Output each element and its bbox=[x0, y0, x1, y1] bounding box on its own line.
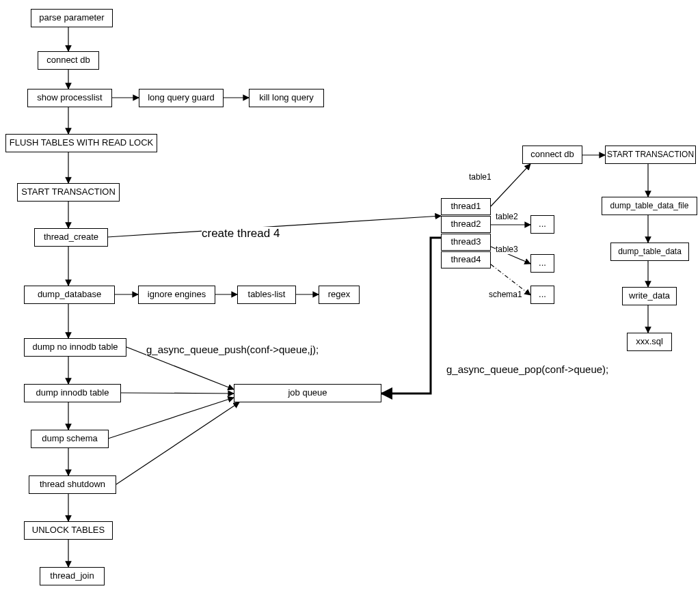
node-long-query-guard: long query guard bbox=[139, 89, 224, 107]
node-ellipsis-3: ... bbox=[530, 254, 554, 273]
node-thread3: thread3 bbox=[441, 234, 491, 251]
node-thread1: thread1 bbox=[441, 198, 491, 215]
node-show-processlist: show processlist bbox=[27, 89, 112, 107]
label-table2: table2 bbox=[496, 212, 518, 221]
node-ignore-engines: ignore engines bbox=[138, 286, 215, 304]
node-dump-table-data: dump_table_data bbox=[610, 243, 689, 261]
node-tables-list: tables-list bbox=[237, 286, 296, 304]
svg-line-21 bbox=[116, 402, 239, 484]
label-g-async-push: g_async_queue_push(conf->queue,j); bbox=[146, 344, 319, 355]
label-table3: table3 bbox=[496, 245, 518, 254]
node-connect-db-right: connect db bbox=[522, 146, 582, 164]
node-start-transaction-right: START TRANSACTION bbox=[605, 146, 696, 164]
node-dump-innodb: dump innodb table bbox=[24, 384, 121, 402]
node-dump-no-innodb: dump no innodb table bbox=[24, 338, 126, 357]
node-connect-db: connect db bbox=[38, 51, 99, 70]
node-flush-tables: FLUSH TABLES WITH READ LOCK bbox=[5, 134, 157, 152]
node-dump-database: dump_database bbox=[24, 286, 115, 304]
svg-line-22 bbox=[491, 164, 530, 206]
node-thread-shutdown: thread shutdown bbox=[29, 475, 116, 494]
node-ellipsis-2: ... bbox=[530, 215, 554, 234]
node-job-queue: job queue bbox=[234, 384, 381, 402]
node-xxx-sql: xxx.sql bbox=[627, 333, 672, 351]
node-thread-join: thread_join bbox=[40, 567, 105, 585]
node-dump-schema: dump schema bbox=[31, 430, 109, 448]
node-kill-long-query: kill long query bbox=[249, 89, 324, 107]
label-g-async-pop: g_async_queue_pop(conf->queue); bbox=[446, 363, 608, 375]
node-ellipsis-4: ... bbox=[530, 286, 554, 304]
node-regex: regex bbox=[319, 286, 360, 304]
flowchart-canvas: parse parameter connect db show processl… bbox=[0, 0, 700, 608]
label-schema1: schema1 bbox=[489, 290, 522, 299]
label-table1: table1 bbox=[469, 172, 492, 182]
node-thread2: thread2 bbox=[441, 216, 491, 233]
node-write-data: write_data bbox=[622, 287, 677, 305]
svg-line-19 bbox=[121, 393, 234, 393]
node-thread-create: thread_create bbox=[34, 228, 108, 247]
label-create-thread-4: create thread 4 bbox=[202, 227, 280, 240]
node-start-transaction: START TRANSACTION bbox=[17, 183, 120, 202]
node-unlock-tables: UNLOCK TABLES bbox=[24, 521, 113, 540]
node-parse-parameter: parse parameter bbox=[31, 9, 113, 27]
node-thread4: thread4 bbox=[441, 251, 491, 268]
node-dump-table-data-file: dump_table_data_file bbox=[602, 197, 697, 215]
svg-line-20 bbox=[108, 398, 234, 439]
